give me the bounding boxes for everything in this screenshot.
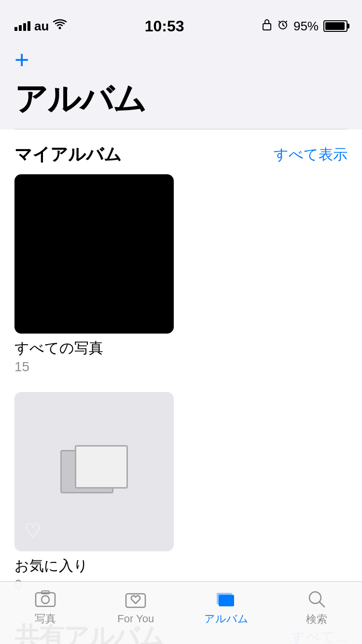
status-bar: au 10:53 95% xyxy=(0,0,362,42)
nav-bar: + xyxy=(0,42,362,77)
svg-rect-3 xyxy=(36,593,55,606)
status-left: au xyxy=(14,19,67,34)
tab-photos[interactable]: 写真 xyxy=(0,582,91,634)
svg-rect-8 xyxy=(217,593,232,604)
my-albums-title: マイアルバム xyxy=(14,143,122,167)
album-name-all-photos: すべての写真 xyxy=(14,338,348,358)
search-tab-icon xyxy=(307,589,326,610)
battery-icon xyxy=(323,20,348,32)
album-thumbnail-empty: ♡ xyxy=(14,392,174,551)
tab-for-you-label: For You xyxy=(117,613,154,625)
main-content: + アルバム マイアルバム すべて表示 すべての写真 15 xyxy=(0,42,362,644)
tab-for-you[interactable]: For You xyxy=(91,582,181,634)
heart-icon: ♡ xyxy=(24,519,42,542)
album-thumb-all-photos xyxy=(14,174,174,334)
add-album-button[interactable]: + xyxy=(14,47,29,72)
carrier-label: au xyxy=(34,19,49,34)
signal-bars xyxy=(14,21,30,31)
my-albums-header: マイアルバム すべて表示 xyxy=(0,129,362,174)
tab-albums[interactable]: アルバム xyxy=(181,582,272,634)
time-display: 10:53 xyxy=(145,17,184,35)
alarm-icon xyxy=(277,19,289,34)
status-right: 95% xyxy=(262,18,348,34)
albums-tab-icon xyxy=(216,590,237,610)
svg-line-10 xyxy=(320,602,324,607)
album-count-all-photos: 15 xyxy=(14,359,348,375)
svg-rect-1 xyxy=(263,24,271,30)
album-thumb-favorites: ♡ xyxy=(14,392,174,551)
battery-percent: 95% xyxy=(293,19,319,34)
album-item-favorites[interactable]: ♡ お気に入り 0 xyxy=(14,392,348,592)
tab-search[interactable]: 検索 xyxy=(272,582,362,634)
album-name-favorites: お気に入り xyxy=(14,556,348,576)
empty-album-icon xyxy=(60,445,128,498)
lock-icon xyxy=(262,18,272,34)
content-area: マイアルバム すべて表示 すべての写真 15 xyxy=(0,129,362,644)
page-title: アルバム xyxy=(14,77,348,121)
show-all-button[interactable]: すべて表示 xyxy=(274,145,348,165)
album-list: すべての写真 15 ♡ お気に入り 0 xyxy=(0,174,362,592)
page-title-container: アルバム xyxy=(0,77,362,129)
tab-photos-label: 写真 xyxy=(35,612,56,626)
photos-tab-icon xyxy=(35,590,56,610)
svg-rect-6 xyxy=(126,594,145,607)
stack-front xyxy=(75,445,128,489)
tab-search-label: 検索 xyxy=(306,612,327,627)
tab-bar: 写真 For You アルバム 検索 xyxy=(0,581,362,644)
album-item-all-photos[interactable]: すべての写真 15 xyxy=(14,174,348,375)
for-you-tab-icon xyxy=(125,591,146,611)
album-thumbnail-image xyxy=(14,174,174,334)
svg-point-4 xyxy=(42,596,49,603)
wifi-icon xyxy=(53,19,67,34)
tab-albums-label: アルバム xyxy=(204,612,249,626)
svg-point-0 xyxy=(59,27,61,29)
